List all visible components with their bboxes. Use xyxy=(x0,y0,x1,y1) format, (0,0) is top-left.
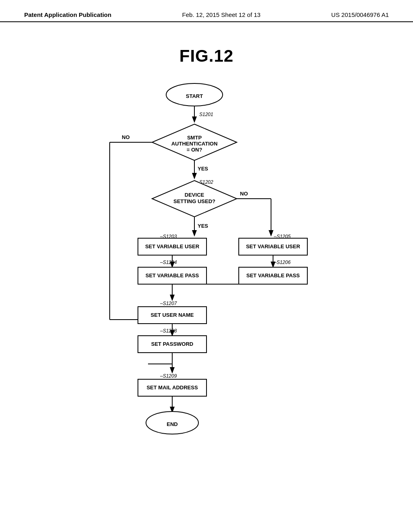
box-mail-addr-text: SET MAIL ADDRESS xyxy=(146,384,198,391)
diamond2-line2: SETTING USED? xyxy=(173,198,215,204)
s1209-label: –S1209 xyxy=(160,373,177,379)
figure-title: FIG.12 xyxy=(0,46,413,66)
box-var-pass1-text: SET VARIABLE PASS xyxy=(146,272,199,278)
yes2-label: YES xyxy=(198,223,208,229)
s1206-label: –S1206 xyxy=(273,260,291,265)
box-user-name-text: SET USER NAME xyxy=(151,312,194,318)
box-var-pass2-text: SET VARIABLE PASS xyxy=(246,272,300,278)
no2-label: NO xyxy=(240,191,248,197)
box-var-user2-text: SET VARIABLE USER xyxy=(246,243,300,249)
end-node-text: END xyxy=(167,421,177,427)
start-node-text: START xyxy=(186,93,203,99)
page: Patent Application Publication Feb. 12, … xyxy=(0,0,413,532)
s1207-label: –S1207 xyxy=(160,301,177,306)
patent-number-label: US 2015/0046976 A1 xyxy=(331,11,389,18)
date-sheet-label: Feb. 12, 2015 Sheet 12 of 13 xyxy=(182,11,261,18)
s1201-label: S1201 xyxy=(199,112,213,117)
publication-label: Patent Application Publication xyxy=(24,11,111,18)
yes1-label: YES xyxy=(198,166,208,172)
s1208-label: –S1208 xyxy=(160,328,177,334)
diamond1-line1: SMTP xyxy=(187,135,202,141)
box-password-text: SET PASSWORD xyxy=(151,341,194,347)
no1-label: NO xyxy=(122,134,130,140)
box-var-user1-text: SET VARIABLE USER xyxy=(145,243,200,249)
diamond2-line1: DEVICE xyxy=(185,192,204,198)
s1204-label: –S1204 xyxy=(160,260,177,265)
flowchart-container: text { font-family: Arial, sans-serif; f… xyxy=(86,78,327,441)
page-header: Patent Application Publication Feb. 12, … xyxy=(0,0,413,22)
diamond1-line2: AUTHENTICATION xyxy=(171,141,218,147)
diamond1-line3: = ON? xyxy=(187,147,202,153)
flowchart-svg: text { font-family: Arial, sans-serif; f… xyxy=(86,78,327,441)
